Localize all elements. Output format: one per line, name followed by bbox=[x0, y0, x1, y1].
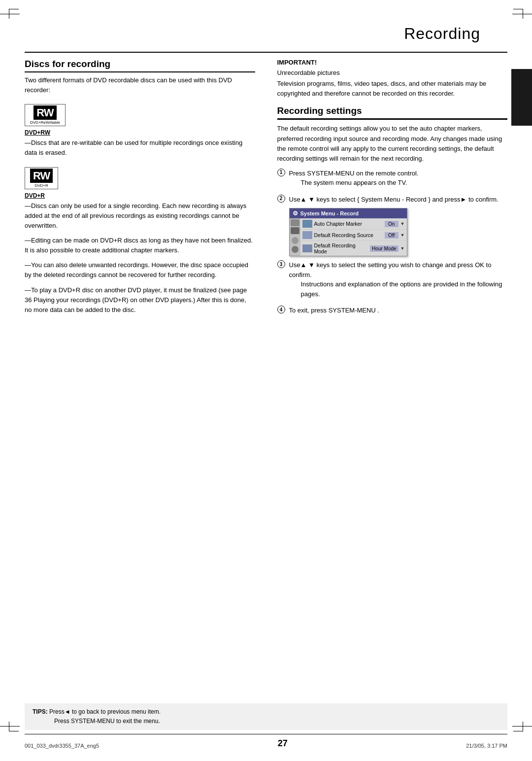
menu-row-1-label: Auto Chapter Marker bbox=[314, 221, 383, 227]
menu-body: Auto Chapter Marker On ▼ Default Recordi… bbox=[300, 218, 407, 256]
tips-line1: Press◄ to go back to previous menu item. bbox=[49, 708, 161, 715]
recording-settings-title: Recording settings bbox=[277, 105, 508, 120]
page-title: Recording bbox=[25, 25, 507, 43]
step-1-indent: The system menu appears on the TV. bbox=[301, 178, 419, 188]
left-icon-3 bbox=[292, 237, 299, 244]
step-1-text: Press SYSTEM-MENU on the remote control. bbox=[289, 170, 419, 177]
right-column: IMPORTANT! Unrecordable pictures Televis… bbox=[275, 59, 508, 320]
menu-row-1-arrow: ▼ bbox=[400, 221, 405, 226]
dvdr-desc3: —You can also delete unwanted recordings… bbox=[25, 260, 255, 280]
dvdr-desc4: —To play a DVD+R disc on another DVD pla… bbox=[25, 285, 255, 315]
left-icon-2 bbox=[291, 227, 299, 234]
footer-bottom: 001_033_dvdr3355_37A_eng5 27 21/3/05, 3:… bbox=[25, 738, 507, 749]
menu-row-1: Auto Chapter Marker On ▼ bbox=[300, 218, 407, 230]
menu-title-bar: ⚙ System Menu - Record bbox=[290, 208, 407, 218]
step-4: 4 To exit, press SYSTEM-MENU . bbox=[277, 306, 508, 315]
important-heading: Unrecordable pictures bbox=[277, 68, 508, 78]
step-4-number: 4 bbox=[277, 306, 285, 313]
tips-line2: Press SYSTEM-MENU to exit the menu. bbox=[54, 718, 160, 725]
step-1: 1 Press SYSTEM-MENU on the remote contro… bbox=[277, 169, 508, 191]
important-text: Television programs, films, video tapes,… bbox=[277, 79, 508, 99]
step-1-number: 1 bbox=[277, 169, 285, 176]
menu-title-text: System Menu - Record bbox=[300, 210, 359, 216]
dvdrw-icon-rw-text: RW bbox=[33, 105, 56, 120]
hline-top-right bbox=[512, 14, 532, 14]
menu-row-3-arrow: ▼ bbox=[400, 246, 405, 251]
left-icon-4 bbox=[292, 246, 299, 253]
dvdrw-label: DVD+RW bbox=[25, 129, 255, 136]
menu-title-icon: ⚙ bbox=[293, 210, 298, 217]
step-3-indent: Instructions and explanation of the opti… bbox=[301, 279, 508, 299]
footer-rule bbox=[25, 734, 507, 734]
menu-outer: Auto Chapter Marker On ▼ Default Recordi… bbox=[290, 218, 407, 256]
menu-row-3: Default Recording Mode Hour Mode ▼ bbox=[300, 241, 407, 256]
section-tab bbox=[511, 69, 532, 126]
important-label: IMPORTANT! bbox=[277, 59, 508, 66]
menu-row-3-icon bbox=[302, 244, 312, 252]
left-column: Discs for recording Two different format… bbox=[25, 59, 260, 320]
corner-mark-br bbox=[513, 722, 523, 731]
hline-bot-left bbox=[0, 726, 20, 726]
menu-row-3-value: Hour Mode bbox=[370, 245, 398, 252]
footer: TIPS: Press◄ to go back to previous menu… bbox=[25, 703, 507, 749]
footer-timestamp: 21/3/05, 3:17 PM bbox=[466, 743, 507, 749]
dvdr-label: DVD+R bbox=[25, 192, 255, 199]
step-2: 2 Use▲ ▼ keys to select { System Menu - … bbox=[277, 195, 508, 205]
important-block: IMPORTANT! Unrecordable pictures Televis… bbox=[277, 59, 508, 99]
footer-tips: TIPS: Press◄ to go back to previous menu… bbox=[33, 707, 499, 726]
step-4-text: To exit, press SYSTEM-MENU . bbox=[289, 307, 379, 314]
dvdrw-description: —Discs that are re-writable can be used … bbox=[25, 138, 255, 158]
menu-left-panel bbox=[290, 218, 300, 256]
dvdr-desc1: —Discs can only be used for a single rec… bbox=[25, 201, 255, 231]
title-rule bbox=[25, 52, 507, 53]
step-3-text: Use▲ ▼ keys to select the setting you wi… bbox=[289, 261, 492, 278]
corner-mark-bl bbox=[9, 722, 19, 731]
step-2-text: Use▲ ▼ keys to select { System Menu - Re… bbox=[289, 196, 499, 203]
discs-section-title: Discs for recording bbox=[25, 59, 255, 72]
dvdr-icon-rw-text: RW bbox=[30, 169, 53, 183]
recording-settings-intro: The default recording settings allow you… bbox=[277, 124, 508, 164]
page-content: Recording Discs for recording Two differ… bbox=[25, 25, 507, 722]
hline-top-left bbox=[0, 14, 20, 14]
dvdrw-icon-box: RW DVD+ReWritable bbox=[25, 104, 66, 126]
footer-file-name: 001_033_dvdr3355_37A_eng5 bbox=[25, 743, 99, 749]
tips-label: TIPS: bbox=[33, 708, 48, 715]
dvdr-icon-sub: DVD+R bbox=[30, 183, 53, 188]
dvdr-icon-box: RW DVD+R bbox=[25, 167, 58, 189]
two-column-layout: Discs for recording Two different format… bbox=[25, 59, 507, 320]
menu-screenshot: ⚙ System Menu - Record Auto Chapter Mark… bbox=[289, 208, 407, 256]
dvdr-desc2: —Editing can be made on DVD+R discs as l… bbox=[25, 236, 255, 255]
dvdrw-icon-sub: DVD+ReWritable bbox=[30, 120, 60, 125]
menu-row-1-value: On bbox=[385, 221, 399, 227]
menu-row-1-icon bbox=[302, 220, 312, 228]
tips-block: TIPS: Press◄ to go back to previous menu… bbox=[25, 703, 507, 730]
menu-row-2-arrow: ▼ bbox=[400, 233, 405, 238]
menu-row-2-label: Default Recording Source bbox=[314, 232, 383, 238]
step-3: 3 Use▲ ▼ keys to select the setting you … bbox=[277, 260, 508, 302]
hline-bot-right bbox=[512, 726, 532, 726]
step-2-number: 2 bbox=[277, 195, 285, 203]
left-icon-1 bbox=[291, 219, 299, 226]
menu-row-2-icon bbox=[302, 231, 312, 239]
menu-row-3-label: Default Recording Mode bbox=[314, 242, 368, 254]
menu-row-2: Default Recording Source Off ▼ bbox=[300, 230, 407, 241]
page-number: 27 bbox=[278, 738, 288, 749]
discs-intro: Two different formats of DVD recordable … bbox=[25, 75, 255, 95]
menu-row-2-value: Off bbox=[385, 232, 399, 239]
step-3-number: 3 bbox=[277, 260, 285, 268]
